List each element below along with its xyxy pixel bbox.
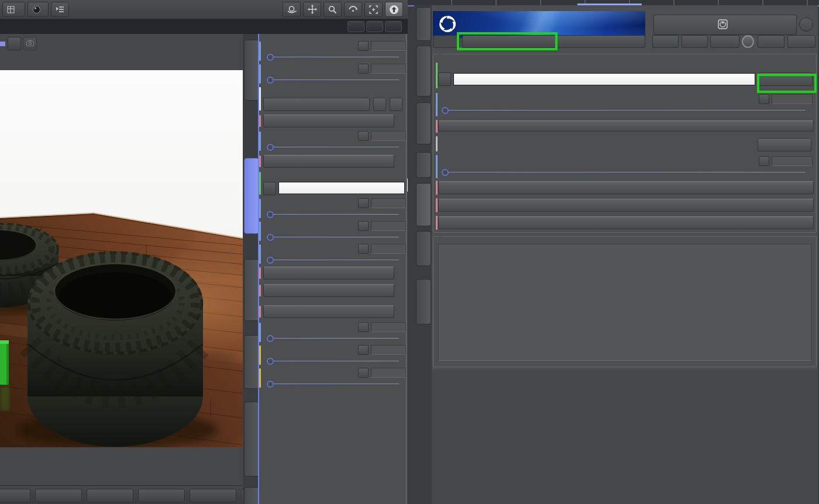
zoom-level-dropdown[interactable] [35,489,82,502]
upload-view-button[interactable] [385,2,403,17]
disable-partial-alpha-toggle[interactable] [263,284,394,297]
backplate-toggle[interactable] [438,181,814,194]
white-point-rgb[interactable] [278,182,405,194]
gamma-slider[interactable] [263,142,406,151]
slider-handle[interactable] [267,54,274,61]
orbit-camera-button[interactable] [283,2,301,17]
reset-diamond-icon[interactable] [358,244,369,254]
param-value[interactable] [371,322,406,332]
preset-delete-button[interactable] [742,35,754,48]
preset-new-button[interactable] [652,35,679,48]
reset-diamond-icon[interactable] [759,156,769,166]
param-value[interactable] [371,244,406,254]
preset-copy-button[interactable] [682,35,708,48]
tab-shaping[interactable] [416,279,431,325]
save-dropdown[interactable] [190,489,236,502]
hotpixel-slider[interactable] [263,255,406,264]
slider-handle[interactable] [267,77,274,84]
dithering-toggle[interactable] [263,305,394,318]
param-value[interactable] [371,131,406,141]
highlight-slider[interactable] [263,75,406,84]
rgb-b[interactable] [655,74,755,85]
view-selector-dropdown[interactable] [2,2,25,17]
premultiplied-alpha-toggle[interactable] [263,267,394,279]
param-value[interactable] [772,156,813,166]
tab-scene[interactable] [416,7,431,41]
slider-handle[interactable] [267,211,274,218]
maximize-button[interactable] [366,21,383,32]
param-value[interactable] [772,94,813,104]
rgb-g[interactable] [554,74,654,85]
slider-handle[interactable] [267,381,274,388]
tab-post-process[interactable] [244,259,259,321]
tab-sel-material[interactable] [244,487,259,504]
quality-dropdown[interactable] [0,489,30,502]
close-button[interactable] [385,21,402,32]
reset-diamond-icon[interactable] [358,221,369,231]
slider-handle[interactable] [267,234,274,241]
preset-import-button[interactable] [758,35,784,48]
response-next-button[interactable] [390,98,402,111]
rgb-b[interactable] [363,182,404,194]
tab-parameters[interactable] [416,46,431,96]
param-value[interactable] [371,64,406,74]
slider-handle[interactable] [267,257,274,264]
render-log-button[interactable] [8,37,21,50]
param-value[interactable] [371,221,406,231]
saturate-white-slider[interactable] [263,333,406,343]
tab-current-kernel[interactable] [244,40,259,101]
rgb-r[interactable] [279,182,321,194]
exposure-slider[interactable] [263,52,406,61]
reset-diamond-icon[interactable] [358,322,369,332]
response-prev-button[interactable] [373,98,386,111]
slider-handle[interactable] [267,358,274,365]
medium-radius-slider[interactable] [438,167,813,177]
tab-camera-imager[interactable] [244,158,259,234]
tab-surfaces[interactable] [416,102,431,144]
vignetting-slider[interactable] [263,209,406,219]
final-button[interactable] [138,489,185,502]
render-image[interactable] [0,70,243,447]
slider-handle[interactable] [442,169,449,176]
reset-diamond-icon[interactable] [759,94,769,104]
reset-diamond-icon[interactable] [358,345,369,355]
response-dropdown[interactable] [263,98,370,111]
reset-diamond-icon[interactable] [358,64,369,74]
reset-diamond-icon[interactable] [358,368,369,378]
reset-diamond-icon[interactable] [358,131,369,141]
tab-posing[interactable] [416,231,431,266]
reset-diamond-icon[interactable] [358,198,369,208]
tab-environment[interactable] [244,335,259,389]
open-viewport-button[interactable] [653,15,797,35]
refractions-toggle[interactable] [438,216,814,229]
preset-rename-button[interactable] [710,35,739,48]
minimize-button[interactable] [347,21,364,32]
neutral-response-toggle[interactable] [263,115,394,127]
tab-render-passes[interactable] [244,402,259,477]
reflections-toggle[interactable] [438,199,814,212]
rgb-r[interactable] [454,74,554,85]
saturation-slider[interactable] [263,232,406,241]
medium-dropdown[interactable] [758,138,811,151]
rgb-g[interactable] [321,182,362,194]
param-value[interactable] [371,345,406,355]
slider-handle[interactable] [267,144,274,151]
power-slider[interactable] [438,105,813,115]
tab-nge[interactable] [416,152,431,178]
min-samples-slider[interactable] [263,356,406,365]
frame-view-button[interactable] [364,2,383,17]
texture-options-button[interactable] [438,73,451,86]
param-value[interactable] [371,198,406,208]
notes-textarea[interactable] [438,244,811,361]
color-options-button[interactable] [263,182,276,195]
drawstyle-dropdown[interactable] [27,2,49,17]
zoom-camera-button[interactable] [324,2,342,17]
param-value[interactable] [371,368,406,378]
scene-options-button[interactable] [51,2,69,17]
snapshot-button[interactable] [23,37,37,50]
importance-sampling-toggle[interactable] [438,120,814,132]
slider-handle[interactable] [267,335,274,342]
preset-export-button[interactable] [787,35,815,48]
rotate-camera-button[interactable] [344,2,362,17]
help-button[interactable] [799,18,813,32]
